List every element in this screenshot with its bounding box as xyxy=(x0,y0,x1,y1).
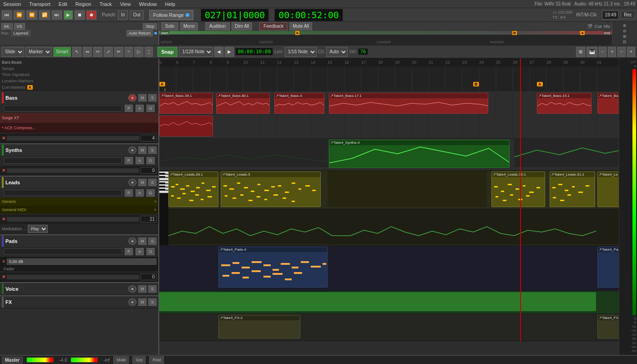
clock-display[interactable]: 00:00:52:00 xyxy=(274,9,343,21)
mono-button[interactable]: Mono xyxy=(180,22,198,30)
synths-mute-button[interactable]: M xyxy=(138,147,147,154)
voice-record-button[interactable]: ● xyxy=(128,285,136,293)
record-button[interactable]: ⏺ xyxy=(86,10,96,20)
voice-mute-button[interactable]: M xyxy=(138,285,147,293)
len-note-select[interactable]: 1/16 Note xyxy=(285,47,317,57)
layered-button[interactable]: Layered xyxy=(11,30,31,36)
mute-master-button[interactable]: Mute xyxy=(113,356,129,364)
cue-button[interactable]: Cue xyxy=(594,24,602,29)
bass-clip-1b[interactable] xyxy=(159,116,213,136)
menu-transport[interactable]: Transport xyxy=(28,1,52,7)
draw-tool-button[interactable]: ✏ xyxy=(114,47,123,57)
post-master-button[interactable]: Post xyxy=(149,356,164,364)
fast-forward-button[interactable]: ⏩ xyxy=(26,10,37,20)
cue-marker-a-label[interactable]: A xyxy=(27,85,33,90)
stop-button-left[interactable]: Stop xyxy=(143,23,157,30)
range-tool-button[interactable]: ⇔ xyxy=(83,47,92,57)
select-tool-button[interactable]: ↖ xyxy=(72,47,81,57)
rec-button[interactable]: 19:49 xyxy=(602,10,619,20)
bass-clip-4[interactable]: ↗Take4_Bass-17.1 xyxy=(329,93,488,114)
leads-g-button[interactable]: G xyxy=(147,189,155,197)
mix-button[interactable]: Mix xyxy=(604,24,610,29)
bass-clip-1[interactable]: ↗Take4_Bass-39.1 xyxy=(159,93,213,114)
feedback-button[interactable]: Feedback xyxy=(259,22,288,30)
leads-clip-4[interactable]: ↗Take4_Leads-31.1 xyxy=(550,172,595,207)
zoom-fit-button[interactable]: ⊞ xyxy=(623,34,627,39)
fader-value-display[interactable]: 0,00 dB xyxy=(7,258,157,265)
dim-all-button[interactable]: Dim All xyxy=(232,22,252,30)
pads-clip-1[interactable]: ↗Take4_Pads-4 xyxy=(218,247,328,288)
piano-icon-button[interactable]: 🎹 xyxy=(586,47,597,57)
edit-mode-select[interactable]: Slide xyxy=(2,47,24,57)
plus-height-button[interactable]: + xyxy=(608,47,616,57)
menu-region[interactable]: Region xyxy=(74,1,93,7)
leads-a-button[interactable]: A xyxy=(136,189,144,197)
synths-g-button[interactable]: G xyxy=(147,157,155,164)
end-marker[interactable]: end xyxy=(603,31,611,35)
fx-solo-button[interactable]: S xyxy=(148,298,157,306)
mixer-icon-button[interactable]: ⊞ xyxy=(576,47,585,57)
grp-master-button[interactable]: Grp xyxy=(132,356,146,364)
leads-close-button[interactable]: ✕ xyxy=(2,217,5,222)
follow-range-button[interactable]: Follow Range xyxy=(149,10,193,20)
bass-record-button[interactable]: ● xyxy=(128,94,136,101)
trim-tool-button[interactable]: ⌶ xyxy=(145,47,153,57)
pads-g-button[interactable]: G xyxy=(147,248,155,255)
stop-button[interactable]: ⏹ xyxy=(75,10,85,20)
bass-solo-button[interactable]: S xyxy=(148,94,157,101)
fx-clip-1[interactable]: ↗Take4_FX-2 xyxy=(218,315,300,339)
snap-note-select[interactable]: 1/128 Note xyxy=(179,47,213,57)
bass-a-button[interactable]: A xyxy=(136,105,144,112)
next-snap-button[interactable]: ▶ xyxy=(225,47,234,57)
menu-view[interactable]: View xyxy=(119,1,132,7)
leads-solo-button[interactable]: S xyxy=(148,179,157,186)
synths-close-button[interactable]: ✕ xyxy=(2,168,5,173)
pads-close-button[interactable]: ✕ xyxy=(2,274,5,279)
menu-track[interactable]: Track xyxy=(98,1,113,7)
synths-a-button[interactable]: A xyxy=(136,157,144,164)
bass-clip-3[interactable]: ↗Take4_Bass-4 xyxy=(274,93,324,114)
pads-a-button[interactable]: A xyxy=(136,248,144,255)
bass-close-button[interactable]: ✕ xyxy=(2,136,5,141)
menu-window[interactable]: Window xyxy=(137,1,158,7)
auto-return-button[interactable]: Auto Return xyxy=(126,30,153,36)
synths-record-button[interactable]: ● xyxy=(128,147,136,154)
punch-in-button[interactable]: In xyxy=(118,10,128,20)
zoom-out-button[interactable]: ⊖ xyxy=(623,29,627,33)
bass-clip-2[interactable]: ↗Take4_Bass-80.1 xyxy=(216,93,270,114)
pads-clip-2[interactable]: ↗Take4_Pa... xyxy=(597,247,619,288)
snap-button[interactable]: Snap xyxy=(157,47,178,57)
plus-zoom-button[interactable]: + xyxy=(627,47,635,57)
rewind-to-start-button[interactable]: ⏮ xyxy=(2,10,12,20)
zoom-in-button[interactable]: ⊕ xyxy=(623,23,627,28)
mute-all-button[interactable]: Mute All xyxy=(289,22,312,30)
fx-clip-2[interactable]: ↗Take4_FX... xyxy=(597,315,619,339)
minus-zoom-button[interactable]: − xyxy=(617,47,626,57)
expand-button[interactable]: ⊟ xyxy=(623,40,627,44)
marker-a-top[interactable]: A xyxy=(295,31,300,35)
voice-solo-button[interactable]: S xyxy=(148,285,157,293)
marker-b-top[interactable]: B xyxy=(512,31,517,35)
master-label[interactable]: Master xyxy=(2,357,23,364)
pads-fader-close[interactable]: ✕ xyxy=(2,259,5,264)
bar-beat-display[interactable]: 027|01|0000 xyxy=(201,9,269,21)
pads-record-button[interactable]: ● xyxy=(128,238,136,245)
menu-session[interactable]: Session xyxy=(2,1,22,7)
prev-snap-button[interactable]: ◀ xyxy=(214,47,223,57)
synths-clip-1[interactable]: ↗Take4_Synths-4 xyxy=(329,140,510,168)
leads-p-button[interactable]: P xyxy=(125,189,133,197)
rewind-button[interactable]: ⏪ xyxy=(14,10,25,20)
leads-clip-5[interactable]: ↗Take4_Le... xyxy=(597,172,619,207)
play-tool-button[interactable]: ▷ xyxy=(134,47,143,57)
pads-solo-button[interactable]: S xyxy=(148,238,157,245)
play-button[interactable]: ▶ xyxy=(64,10,73,20)
mod-mode-select[interactable]: Play xyxy=(28,225,48,233)
cut-tool-button[interactable]: ✂ xyxy=(93,47,102,57)
start-marker[interactable]: start xyxy=(160,31,169,35)
bass-p-button[interactable]: P xyxy=(125,105,133,112)
leads-clip-2[interactable]: ↗Take4_Leads-5 xyxy=(221,172,321,207)
bass-g-button[interactable]: G xyxy=(147,105,155,112)
stretch-tool-button[interactable]: ⤢ xyxy=(104,47,113,57)
jump-start-button[interactable]: ⏭ xyxy=(52,10,62,20)
ch-select[interactable]: Auto xyxy=(326,47,348,57)
